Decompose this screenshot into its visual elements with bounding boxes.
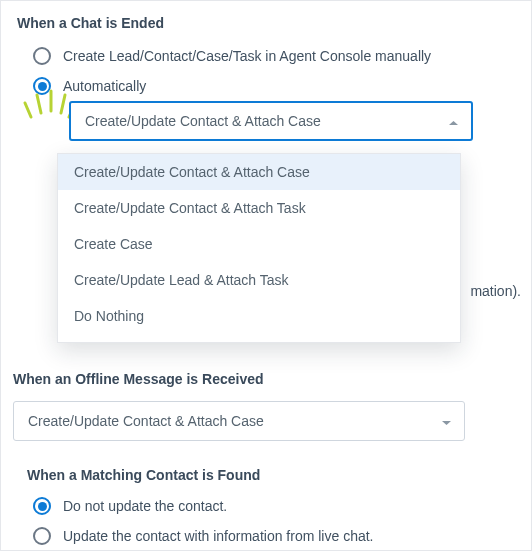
radio-no-update-icon xyxy=(33,497,51,515)
radio-no-update-label: Do not update the contact. xyxy=(63,498,227,514)
radio-row-manual[interactable]: Create Lead/Contact/Case/Task in Agent C… xyxy=(13,41,519,71)
dropdown-option[interactable]: Create/Update Contact & Attach Case xyxy=(58,154,460,190)
offline-action-value: Create/Update Contact & Attach Case xyxy=(28,413,264,429)
chat-ended-action-select[interactable]: Create/Update Contact & Attach Case xyxy=(69,101,473,141)
offline-action-select[interactable]: Create/Update Contact & Attach Case xyxy=(13,401,465,441)
dropdown-option[interactable]: Create/Update Contact & Attach Task xyxy=(58,190,460,226)
dropdown-option[interactable]: Create Case xyxy=(58,226,460,262)
dropdown-option[interactable]: Do Nothing xyxy=(58,298,460,334)
radio-row-update[interactable]: Update the contact with information from… xyxy=(13,521,519,551)
radio-automatic-icon xyxy=(33,77,51,95)
obscured-text-fragment: mation). xyxy=(470,283,521,299)
section-matching-contact-title: When a Matching Contact is Found xyxy=(27,467,519,483)
radio-automatic-label: Automatically xyxy=(63,78,146,94)
chat-ended-action-value: Create/Update Contact & Attach Case xyxy=(85,113,321,129)
chat-ended-action-block: Create/Update Contact & Attach Case xyxy=(69,101,473,141)
radio-update-icon xyxy=(33,527,51,545)
radio-update-label: Update the contact with information from… xyxy=(63,528,373,544)
section-offline-title: When an Offline Message is Received xyxy=(13,371,519,387)
radio-row-automatic[interactable]: Automatically xyxy=(13,71,519,101)
chevron-down-icon xyxy=(441,413,452,429)
offline-action-block: Create/Update Contact & Attach Case xyxy=(13,401,465,441)
chat-ended-action-dropdown: Create/Update Contact & Attach Case Crea… xyxy=(57,153,461,343)
svg-line-0 xyxy=(25,103,31,117)
radio-row-no-update[interactable]: Do not update the contact. xyxy=(13,491,519,521)
settings-panel: When a Chat is Ended Create Lead/Contact… xyxy=(0,0,532,551)
radio-manual-label: Create Lead/Contact/Case/Task in Agent C… xyxy=(63,48,431,64)
chevron-up-icon xyxy=(448,113,459,129)
radio-manual-icon xyxy=(33,47,51,65)
section-chat-ended-title: When a Chat is Ended xyxy=(17,15,519,31)
dropdown-option[interactable]: Create/Update Lead & Attach Task xyxy=(58,262,460,298)
